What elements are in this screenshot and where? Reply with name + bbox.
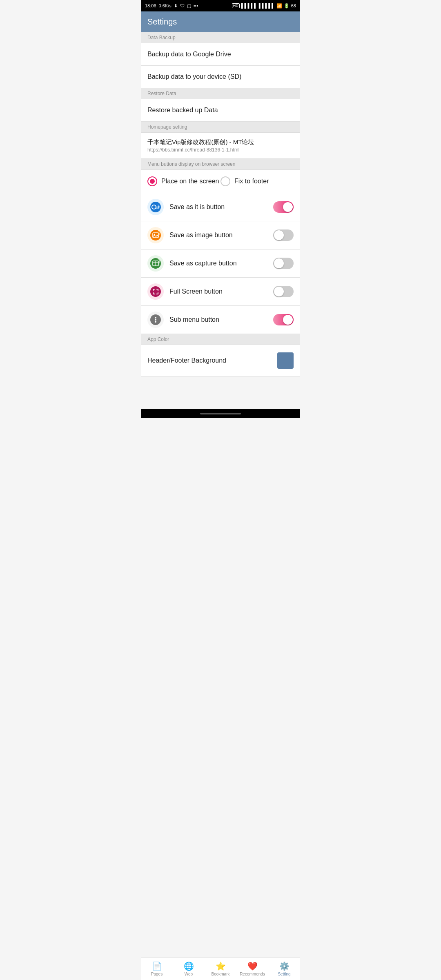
app-title: Settings [147, 17, 177, 26]
svg-point-15 [155, 319, 156, 321]
save-as-image-icon [147, 227, 164, 243]
toggle-switch-save-as-is[interactable] [273, 201, 294, 213]
radio-place-label: Place on the screen [161, 178, 219, 185]
homepage-title: 千本笔记Vip版修改教程(原创) - MT论坛 [147, 138, 294, 146]
battery-level: 68 [291, 3, 296, 8]
toggle-switch-save-as-image[interactable] [273, 229, 294, 241]
vpn-icon: 🛡 [180, 3, 185, 8]
save-as-image-label: Save as image button [169, 232, 267, 239]
status-bar: 18:06 0.6K/s ⬇ 🛡 ▢ ••• HD ▌▌▌▌▌ ▌▌▌▌▌ 📶 … [141, 0, 300, 11]
signal2-icon: ▌▌▌▌▌ [259, 3, 275, 8]
homepage-item[interactable]: 千本笔记Vip版修改教程(原创) - MT论坛 https://bbs.binm… [141, 133, 300, 159]
radio-section: Place on the screen Fix to footer [141, 170, 300, 193]
home-bar [200, 413, 241, 414]
section-homepage: Homepage setting [141, 122, 300, 133]
toggle-save-as-image[interactable]: Save as image button [141, 221, 300, 249]
status-left: 18:06 0.6K/s ⬇ 🛡 ▢ ••• [145, 3, 198, 9]
toggle-sub-menu[interactable]: Sub menu button [141, 306, 300, 334]
toggle-save-as-capture[interactable]: Save as capture button [141, 249, 300, 278]
restore-label: Restore backed up Data [147, 107, 218, 114]
save-as-is-label: Save as it is button [169, 203, 267, 211]
radio-footer-circle [220, 176, 230, 186]
wifi-icon: 📶 [276, 3, 282, 9]
sub-menu-label: Sub menu button [169, 316, 267, 323]
svg-point-7 [154, 234, 155, 235]
status-right: HD ▌▌▌▌▌ ▌▌▌▌▌ 📶 🔋 68 [232, 3, 296, 9]
save-as-capture-label: Save as capture button [169, 260, 267, 267]
full-screen-label: Full Screen button [169, 288, 267, 295]
toggle-full-screen[interactable]: Full Screen button [141, 278, 300, 306]
screen-icon: ▢ [187, 3, 191, 9]
section-data-backup: Data Backup [141, 32, 300, 43]
battery-icon: 🔋 [284, 3, 290, 9]
hd-badge: HD [232, 3, 240, 8]
svg-point-12 [150, 286, 161, 297]
radio-place-circle [147, 176, 157, 186]
color-header-footer[interactable]: Header/Footer Background [141, 345, 300, 376]
status-network: 0.6K/s [159, 3, 172, 8]
section-restore-data: Restore Data [141, 88, 300, 99]
download-icon: ⬇ [174, 3, 178, 9]
sub-menu-icon [147, 312, 164, 328]
toggle-switch-save-as-capture[interactable] [273, 258, 294, 269]
svg-point-16 [155, 321, 156, 323]
radio-footer-label: Fix to footer [234, 178, 269, 185]
home-indicator [141, 409, 300, 418]
toggle-switch-full-screen[interactable] [273, 286, 294, 297]
backup-google-label: Backup data to Google Drive [147, 51, 231, 58]
full-screen-icon [147, 283, 164, 300]
backup-device-item[interactable]: Backup data to your device (SD) [141, 66, 300, 88]
toggle-save-as-is[interactable]: Save as it is button [141, 193, 300, 221]
save-as-is-icon [147, 199, 164, 215]
app-header: Settings [141, 11, 300, 32]
signal-icon: ▌▌▌▌▌ [241, 3, 257, 8]
backup-device-label: Backup data to your device (SD) [147, 73, 241, 80]
status-time: 18:06 [145, 3, 156, 8]
radio-fix-to-footer[interactable]: Fix to footer [220, 176, 294, 186]
section-app-color: App Color [141, 334, 300, 345]
color-swatch [277, 352, 294, 369]
section-menu-buttons: Menu buttons display on browser screen [141, 159, 300, 170]
save-as-capture-icon [147, 255, 164, 272]
svg-point-14 [155, 317, 156, 318]
toggle-switch-sub-menu[interactable] [273, 314, 294, 325]
color-header-footer-label: Header/Footer Background [147, 357, 226, 364]
more-icon: ••• [194, 3, 198, 8]
backup-google-item[interactable]: Backup data to Google Drive [141, 43, 300, 66]
restore-item[interactable]: Restore backed up Data [141, 99, 300, 122]
radio-place-on-screen[interactable]: Place on the screen [147, 176, 220, 186]
homepage-url: https://bbs.binmt.cc/thread-88136-1-1.ht… [147, 147, 294, 153]
